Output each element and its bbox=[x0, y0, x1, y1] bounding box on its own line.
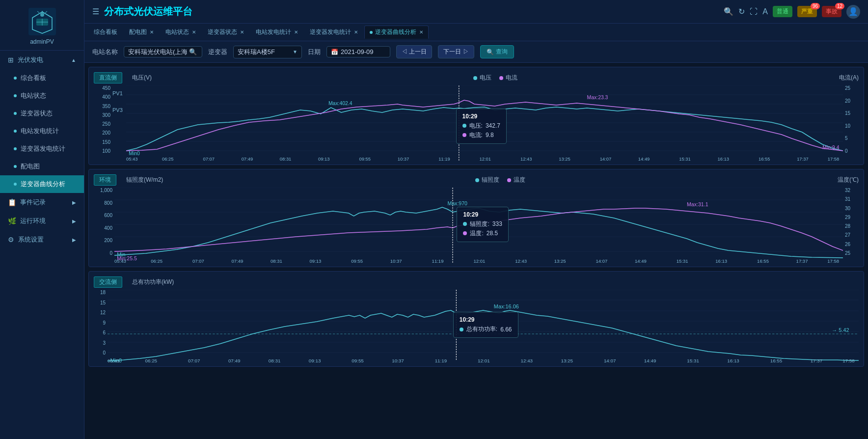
tab-label: 电站发电统计 bbox=[256, 28, 291, 36]
svg-text:11:19: 11:19 bbox=[432, 259, 444, 264]
y-tick-right: 25 bbox=[845, 85, 859, 91]
refresh-button[interactable]: ↻ bbox=[738, 7, 745, 16]
sidebar-group-photovoltaic[interactable]: ⊞ 光伏发电 ▲ bbox=[0, 51, 84, 69]
filter-bar: 电站名称 🔍 逆变器 安科瑞A楼5F ▼ 日期 📅 ◁ 上一日 下一日 ▷ 🔍 … bbox=[84, 41, 868, 63]
tab-close-icon[interactable]: ✕ bbox=[294, 30, 298, 35]
tab-close-icon[interactable]: ✕ bbox=[150, 30, 154, 35]
next-day-label: 下一日 ▷ bbox=[443, 48, 468, 56]
y-tick: 18 bbox=[94, 290, 106, 295]
temp-legend-label: 温度 bbox=[514, 176, 525, 184]
svg-text:10:37: 10:37 bbox=[392, 358, 404, 363]
svg-text:06:25: 06:25 bbox=[162, 157, 173, 162]
y-tick: 0 bbox=[94, 250, 112, 256]
tab-label: 逆变器状态 bbox=[208, 28, 237, 36]
y-tick: 15 bbox=[94, 300, 106, 305]
query-button[interactable]: 🔍 查询 bbox=[480, 45, 514, 58]
nav-dot bbox=[14, 112, 17, 115]
y-tick-right: 31 bbox=[845, 196, 859, 202]
date-label: 日期 bbox=[308, 48, 321, 56]
chart-env-header: 环境 辐照度(W/m2) 辐照度 温度 温度(℃) bbox=[94, 174, 859, 186]
sidebar-item-station-stats[interactable]: 电站发电统计 bbox=[0, 122, 84, 140]
sidebar-group-environment[interactable]: 🌿 运行环境 ▶ bbox=[0, 212, 84, 230]
max-temp-label: Max:31.1 bbox=[687, 202, 708, 207]
y-tick: 6 bbox=[94, 330, 106, 335]
svg-text:16:13: 16:13 bbox=[718, 157, 729, 162]
y-tick-right: 32 bbox=[845, 188, 859, 193]
search-button[interactable]: 🔍 bbox=[724, 7, 733, 16]
chart-ac-svg-wrap: Max:16.06 Min0 → 5.42 05:43 06:25 07:07 … bbox=[108, 290, 859, 363]
tab-distribution[interactable]: 配电图 ✕ bbox=[124, 26, 159, 39]
query-icon: 🔍 bbox=[487, 49, 494, 55]
y-tick: 200 bbox=[94, 238, 112, 243]
tab-close-icon[interactable]: ✕ bbox=[354, 30, 358, 35]
warning-badge-button[interactable]: 96 严重 bbox=[797, 6, 817, 17]
main-content: ☰ 分布式光伏运维平台 🔍 ↻ ⛶ A 普通 96 严重 12 事故 👤 bbox=[84, 0, 868, 439]
tab-close-icon[interactable]: ✕ bbox=[419, 30, 423, 35]
next-day-button[interactable]: 下一日 ▷ bbox=[438, 45, 474, 58]
chart-env-body: 1,000 800 600 400 200 0 bbox=[94, 188, 859, 264]
sidebar-item-inverter-curve[interactable]: 逆变器曲线分析 bbox=[0, 175, 84, 193]
date-input[interactable] bbox=[341, 48, 385, 55]
sidebar-item-dashboard[interactable]: 综合看板 bbox=[0, 69, 84, 87]
sidebar-group-settings[interactable]: ⚙ 系统设置 ▶ bbox=[0, 230, 84, 249]
svg-text:09:55: 09:55 bbox=[359, 157, 371, 162]
tab-label: 配电图 bbox=[129, 28, 147, 36]
tab-inverter-status[interactable]: 逆变器状态 ✕ bbox=[202, 26, 249, 39]
sidebar-item-inverter-status[interactable]: 逆变器状态 bbox=[0, 105, 84, 122]
danger-badge-button[interactable]: 12 事故 bbox=[822, 6, 841, 17]
chevron-down-icon: ▶ bbox=[72, 200, 76, 205]
tab-dashboard[interactable]: 综合看板 bbox=[88, 26, 123, 39]
pv1-label: PV1 bbox=[112, 90, 126, 96]
tab-inverter-curve[interactable]: 逆变器曲线分析 ✕ bbox=[364, 26, 429, 39]
prev-day-label: ◁ 上一日 bbox=[402, 48, 427, 56]
svg-text:16:13: 16:13 bbox=[727, 358, 739, 363]
grid-icon: ⊞ bbox=[8, 56, 14, 64]
chart-env-svg-wrap: Max:970 Max:31.1 Min:25.5 Min 05:43 06:2… bbox=[114, 188, 843, 264]
svg-text:13:25: 13:25 bbox=[561, 358, 573, 363]
font-button[interactable]: A bbox=[762, 7, 768, 16]
min-voltage-label: Min0 bbox=[129, 151, 140, 156]
svg-text:12:43: 12:43 bbox=[515, 259, 527, 264]
chart-dc-svg: Max:402.4 Max:23.3 Min0 Min:9.4 05:43 06… bbox=[126, 85, 843, 162]
normal-badge-button[interactable]: 普通 bbox=[773, 6, 792, 17]
nav-dot bbox=[14, 77, 17, 80]
tab-label: 综合看板 bbox=[94, 28, 117, 36]
tab-label: 电站状态 bbox=[165, 28, 189, 36]
user-avatar[interactable]: 👤 bbox=[846, 5, 860, 19]
y-tick-right: 28 bbox=[845, 223, 859, 229]
temp-line bbox=[114, 208, 843, 251]
station-input[interactable] bbox=[128, 48, 187, 55]
chart-dc-svg-wrap: Max:402.4 Max:23.3 Min0 Min:9.4 05:43 06… bbox=[126, 85, 843, 162]
app-title: 分布式光伏运维平台 bbox=[104, 5, 724, 18]
prev-day-button[interactable]: ◁ 上一日 bbox=[396, 45, 432, 58]
y-tick: 3 bbox=[94, 340, 106, 346]
svg-text:09:13: 09:13 bbox=[309, 358, 321, 363]
inverter-select-value: 安科瑞A楼5F bbox=[238, 48, 293, 56]
power-line bbox=[108, 310, 859, 361]
sidebar-item-distribution[interactable]: 配电图 bbox=[0, 158, 84, 175]
sidebar-item-inverter-stats[interactable]: 逆变器发电统计 bbox=[0, 140, 84, 158]
menu-toggle-button[interactable]: ☰ bbox=[92, 7, 99, 16]
dc-y-right-label: 电流(A) bbox=[839, 74, 859, 82]
y-tick: 250 bbox=[94, 121, 110, 127]
y-tick-right: 30 bbox=[845, 206, 859, 211]
tab-station-status[interactable]: 电站状态 ✕ bbox=[160, 26, 201, 39]
sidebar-group-events[interactable]: 📋 事件记录 ▶ bbox=[0, 193, 84, 212]
y-axis-left: 450 400 350 300 250 200 150 100 bbox=[94, 85, 112, 162]
svg-text:09:55: 09:55 bbox=[352, 358, 364, 363]
sidebar-item-station-status[interactable]: 电站状态 bbox=[0, 87, 84, 105]
normal-badge-label: 普通 bbox=[777, 7, 788, 16]
y-tick: 400 bbox=[94, 94, 110, 100]
tab-station-stats[interactable]: 电站发电统计 ✕ bbox=[250, 26, 303, 39]
tab-inverter-stats[interactable]: 逆变器发电统计 ✕ bbox=[304, 26, 363, 39]
station-search-icon[interactable]: 🔍 bbox=[189, 48, 197, 55]
chart-dc-panel: 直流侧 电压(V) 电压 电流 电流(A) 450 bbox=[88, 67, 864, 165]
svg-text:06:25: 06:25 bbox=[151, 259, 163, 264]
tab-close-icon[interactable]: ✕ bbox=[240, 30, 244, 35]
tab-close-icon[interactable]: ✕ bbox=[192, 30, 196, 35]
y-axis-left: 1,000 800 600 400 200 0 bbox=[94, 188, 114, 264]
inverter-select[interactable]: 安科瑞A楼5F ▼ bbox=[233, 46, 302, 58]
env-y-right-label: 温度(℃) bbox=[838, 176, 859, 184]
y-tick-right: 5 bbox=[845, 136, 859, 141]
fullscreen-button[interactable]: ⛶ bbox=[750, 7, 758, 16]
